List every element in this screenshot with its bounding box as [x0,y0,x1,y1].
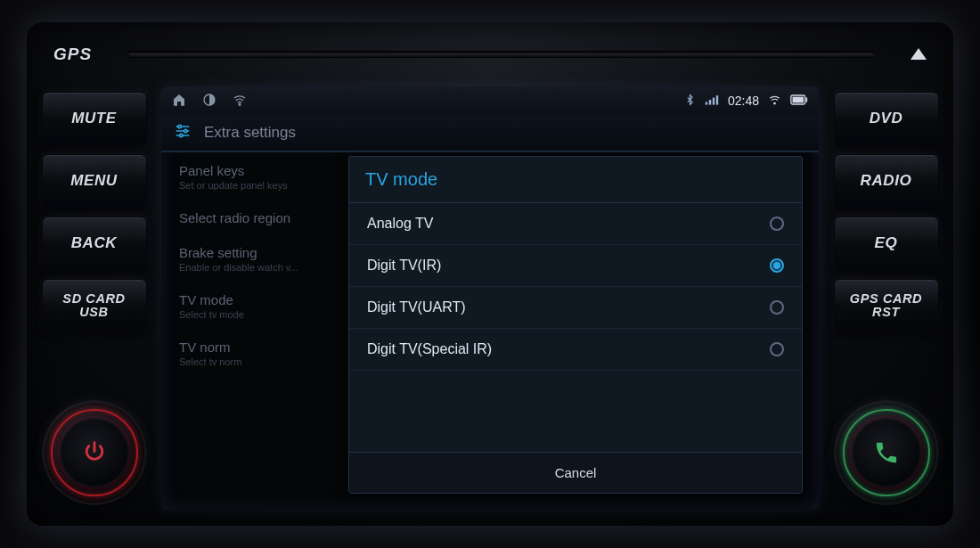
gps-label: GPS [53,45,92,64]
option-label: Digit TV(Special IR) [367,341,492,357]
radio-icon [770,258,784,273]
right-button-column: DVD RADIO EQ GPS CARD RST [826,86,946,517]
cancel-button[interactable]: Cancel [349,452,802,493]
svg-rect-5 [716,95,718,104]
setting-tv-norm[interactable]: TV norm Select tv norm [179,339,334,367]
dvd-button[interactable]: DVD [834,92,939,145]
svg-point-11 [184,129,187,132]
settings-list[interactable]: Panel keys Set or update panel keys Sele… [161,152,348,510]
power-volume-knob[interactable] [42,400,147,505]
option-label: Digit TV(UART) [367,299,466,315]
clock: 02:48 [728,94,759,108]
setting-title: TV norm [179,339,334,355]
sdcard-usb-button[interactable]: SD CARD USB [42,279,147,332]
radio-label: RADIO [861,173,912,189]
setting-title: Panel keys [179,163,334,178]
tv-mode-dialog: TV mode Analog TV Digit TV(IR) Digit TV(… [348,156,803,494]
option-digit-tv-uart[interactable]: Digit TV(UART) [349,287,802,329]
eject-icon [911,48,927,60]
sliders-icon [174,122,192,143]
eq-button[interactable]: EQ [834,217,939,270]
wifi-status-icon [768,94,781,109]
head-unit: GPS MUTE MENU BACK SD CARD USB [27,22,953,526]
option-analog-tv[interactable]: Analog TV [349,203,802,245]
signal-icon [705,94,719,109]
mute-button[interactable]: MUTE [42,92,147,145]
main-row: MUTE MENU BACK SD CARD USB [27,86,953,526]
tune-knob[interactable] [834,400,939,505]
status-bar: 02:48 [161,86,819,115]
radio-icon [770,217,784,231]
radio-button[interactable]: RADIO [834,154,939,208]
svg-rect-3 [709,100,711,105]
contrast-icon[interactable] [202,93,216,110]
back-button[interactable]: BACK [42,217,147,270]
svg-point-1 [239,103,241,105]
svg-point-6 [774,102,776,104]
eq-label: EQ [875,235,898,251]
setting-panel-keys[interactable]: Panel keys Set or update panel keys [179,163,334,191]
bluetooth-icon [684,93,696,110]
gpscard-rst-label: GPS CARD RST [850,292,922,319]
setting-title: Brake setting [179,245,334,260]
radio-icon [770,342,784,356]
power-icon [81,439,108,466]
svg-point-10 [178,125,181,127]
setting-tv-mode[interactable]: TV mode Select tv mode [179,292,334,320]
setting-radio-region[interactable]: Select radio region [179,210,334,225]
page-title: Extra settings [204,124,296,142]
eject-button[interactable] [911,45,927,64]
sdcard-usb-label: SD CARD USB [62,292,125,319]
svg-rect-4 [713,97,715,104]
option-label: Analog TV [367,216,433,232]
disc-slot[interactable] [127,51,875,58]
option-digit-tv-ir[interactable]: Digit TV(IR) [349,245,802,287]
radio-icon [770,300,784,315]
setting-title: Select radio region [179,210,334,225]
setting-title: TV mode [179,292,334,307]
mute-label: MUTE [71,110,117,127]
wifi-icon [233,93,247,110]
svg-rect-8 [793,96,804,102]
content-area: Panel keys Set or update panel keys Sele… [161,152,819,510]
option-digit-tv-special-ir[interactable]: Digit TV(Special IR) [349,329,802,371]
dvd-label: DVD [870,110,903,127]
option-label: Digit TV(IR) [367,258,441,274]
menu-button[interactable]: MENU [42,154,147,208]
setting-desc: Enable or disable watch v... [179,262,334,273]
back-label: BACK [71,235,118,251]
setting-desc: Set or update panel keys [179,180,334,191]
cancel-label: Cancel [555,465,597,480]
battery-icon [790,94,808,108]
setting-desc: Select tv norm [179,356,334,367]
svg-rect-9 [806,97,808,102]
left-button-column: MUTE MENU BACK SD CARD USB [34,86,154,517]
dialog-options: Analog TV Digit TV(IR) Digit TV(UART) [349,203,802,452]
setting-brake[interactable]: Brake setting Enable or disable watch v.… [179,245,334,273]
top-bezel: GPS [27,22,953,86]
setting-desc: Select tv mode [179,309,334,320]
screen: 02:48 Extra settings Panel keys Set or u… [161,86,819,510]
gpscard-rst-button[interactable]: GPS CARD RST [834,279,939,332]
title-bar: Extra settings [161,115,819,152]
svg-point-12 [180,134,183,136]
menu-label: MENU [70,173,117,189]
dialog-title: TV mode [349,157,802,203]
phone-icon [873,439,900,466]
home-icon[interactable] [172,93,186,110]
svg-rect-2 [706,102,707,104]
